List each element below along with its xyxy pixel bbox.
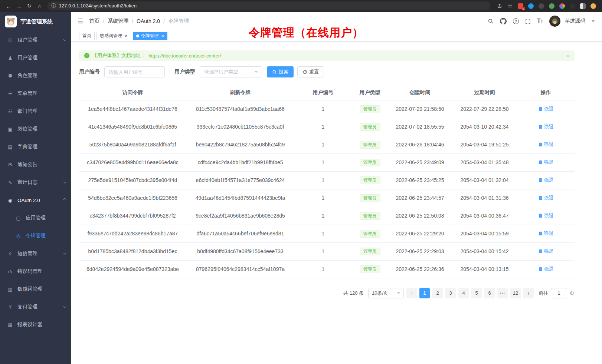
page-button-2[interactable]: 2 <box>432 288 443 298</box>
home-icon[interactable]: ⌂ <box>35 1 45 10</box>
page-button-4[interactable]: 4 <box>458 288 469 298</box>
force-logout-button[interactable]: 强退 <box>538 195 554 201</box>
breadcrumb-item[interactable]: 系统管理 <box>108 18 128 24</box>
page-button-6[interactable]: 6 <box>484 288 495 298</box>
page-button-12[interactable]: 12 <box>510 288 521 298</box>
dict-book-icon: ▤ <box>7 144 13 150</box>
user-type-select[interactable]: 请选择用户类型 <box>200 66 262 77</box>
github-icon[interactable] <box>500 18 507 24</box>
pay-yen-icon: ¥ <box>7 304 13 310</box>
column-header: 刷新令牌 <box>186 86 294 100</box>
force-logout-button[interactable]: 强退 <box>538 266 554 272</box>
force-logout-button[interactable]: 强退 <box>538 106 554 112</box>
breadcrumb-item[interactable]: 首页 <box>89 18 99 24</box>
extension-icon-split-panel[interactable] <box>580 3 586 9</box>
sidebar-menu: ⚇租户管理♟用户管理⚉角色管理☰菜单管理☷部门管理▣岗位管理▤字典管理✉通知公告… <box>0 31 71 364</box>
username[interactable]: 芋道源码 <box>565 18 585 24</box>
tab-token[interactable]: 令牌管理× <box>133 32 168 40</box>
page-button-5[interactable]: 5 <box>471 288 482 298</box>
share-icon[interactable] <box>495 1 504 10</box>
page-button-1[interactable]: 1 <box>419 288 430 298</box>
sidebar-item-notice[interactable]: ✉通知公告 <box>0 156 71 173</box>
fullscreen-icon[interactable] <box>525 19 531 24</box>
force-logout-button[interactable]: 强退 <box>538 141 554 148</box>
tab-sensitive-word[interactable]: 敏感词管理× <box>96 32 131 40</box>
force-logout-button[interactable]: 强退 <box>538 230 554 237</box>
force-logout-button[interactable]: 强退 <box>538 159 554 166</box>
app-logo[interactable]: 芋道管理系统 <box>0 12 71 31</box>
reload-icon[interactable]: ↻ <box>24 1 34 10</box>
refresh-token-cell: cdfc4ce9c2da4bb1bdf21b9918ff4be5 <box>186 153 294 171</box>
address-bar[interactable]: ⓘ 127.0.0.1:1024/system/oauth2/token <box>48 1 490 10</box>
font-size-icon[interactable]: TT <box>537 18 543 24</box>
access-token-cell: b0d1785bc3a8482f812db4a3f3bd15ec <box>79 242 186 260</box>
extension-icon-red[interactable]: 0 <box>518 3 523 9</box>
page-info-icon[interactable]: ⓘ <box>51 3 56 9</box>
sidebar-item-oauth2[interactable]: ◉OAuth 2.0 <box>0 191 71 209</box>
force-logout-button[interactable]: 强退 <box>538 248 554 255</box>
force-logout-button[interactable]: 强退 <box>538 123 554 130</box>
breadcrumb-item[interactable]: OAuth 2.0 <box>137 18 160 24</box>
next-page-button[interactable]: › <box>523 288 534 298</box>
create-time-cell: 2022-06-25 22:29:20 <box>388 225 452 242</box>
page-size-select[interactable]: 10条/页 <box>368 288 404 298</box>
page-button-3[interactable]: 3 <box>445 288 456 298</box>
sidebar-item-audit-log[interactable]: ✎审计日志 <box>0 173 71 191</box>
close-tab-icon[interactable]: × <box>125 33 128 38</box>
expire-time-cell: 2054-03-04 00:13:15 <box>452 260 517 278</box>
search-icon[interactable] <box>488 18 494 24</box>
chevron-down-icon <box>255 71 258 73</box>
extension-icon-dark[interactable] <box>539 3 544 9</box>
sidebar-item-error-code[interactable]: ‹/›错误码管理 <box>0 262 71 280</box>
force-logout-button[interactable]: 强退 <box>538 212 554 219</box>
close-alert-icon[interactable]: × <box>566 53 569 59</box>
sidebar-item-oauth2-token[interactable]: ◎令牌管理 <box>0 227 71 245</box>
topbar-actions: ? TT 芋道源码 <box>488 16 595 27</box>
sidebar-item-sensitive-word[interactable]: ▥敏感词管理 <box>0 280 71 298</box>
sidebar-item-menu[interactable]: ☰菜单管理 <box>0 85 71 102</box>
sidebar-item-report-designer[interactable]: ▦报表设计器 <box>0 316 71 334</box>
topbar: ☰ 首页/系统管理/OAuth 2.0/令牌管理 ? TT 芋道源码 <box>71 12 602 30</box>
back-icon[interactable]: ← <box>4 1 13 10</box>
sidebar-item-user[interactable]: ♟用户管理 <box>0 49 71 67</box>
doc-link[interactable]: https://doc.iocoder.cn/user-center/ <box>148 53 221 59</box>
prev-page-button[interactable]: ‹ <box>406 288 417 298</box>
extension-icon-green[interactable] <box>549 3 554 9</box>
sidebar-item-post[interactable]: ▣岗位管理 <box>0 120 71 138</box>
sidebar-item-pay[interactable]: ¥支付管理 <box>0 298 71 316</box>
notice-message-icon: ✉ <box>7 162 13 168</box>
sidebar-item-role[interactable]: ⚉角色管理 <box>0 67 71 85</box>
browser-profile-avatar[interactable] <box>590 3 596 9</box>
sidebar-item-oauth2-app[interactable]: ▢应用管理 <box>0 209 71 227</box>
post-badge-icon: ▣ <box>7 126 13 132</box>
app-window-icon: ▢ <box>15 215 22 221</box>
sidebar-item-dict[interactable]: ▤字典管理 <box>0 138 71 156</box>
goto-page-input[interactable] <box>551 288 567 298</box>
sidebar-item-dept[interactable]: ☷部门管理 <box>0 102 71 120</box>
sidebar-item-sms[interactable]: ◊短信管理 <box>0 245 71 262</box>
success-check-icon: ✓ <box>84 53 89 58</box>
extension-icon-blue-bird[interactable] <box>528 3 534 9</box>
user-avatar[interactable] <box>549 16 560 27</box>
search-button[interactable]: 搜索 <box>267 66 294 77</box>
collapse-sidebar-icon[interactable]: ☰ <box>78 17 83 25</box>
expire-time-cell: 2022-07-29 22:28:50 <box>452 100 517 118</box>
help-icon[interactable]: ? <box>513 18 519 24</box>
sidebar-item-tenant[interactable]: ⚇租户管理 <box>0 31 71 49</box>
forward-icon[interactable]: → <box>14 1 24 10</box>
column-header: 过期时间 <box>452 86 517 100</box>
chevron-down-icon[interactable] <box>592 20 595 22</box>
tab-home[interactable]: 首页 <box>79 32 95 40</box>
reset-button[interactable]: 重置 <box>297 66 324 77</box>
user-id-input[interactable] <box>104 66 165 77</box>
page-ellipsis[interactable]: ••• <box>497 288 508 298</box>
extension-icon-black[interactable] <box>570 3 575 9</box>
user-icon: ♟ <box>7 55 13 61</box>
force-logout-button[interactable]: 强退 <box>538 177 554 183</box>
bookmark-star-icon[interactable]: ☆ <box>505 1 515 10</box>
close-tab-icon[interactable]: × <box>161 33 164 38</box>
access-token-cell: c342377bf8b344799dcbf7bf095287f2 <box>79 207 186 225</box>
user-type-badge: 管理员 <box>360 105 380 113</box>
page-content: ✓ 【用户体系】文档地址： https://doc.iocoder.cn/use… <box>71 42 575 298</box>
extension-icon-rainbow[interactable] <box>559 3 565 9</box>
